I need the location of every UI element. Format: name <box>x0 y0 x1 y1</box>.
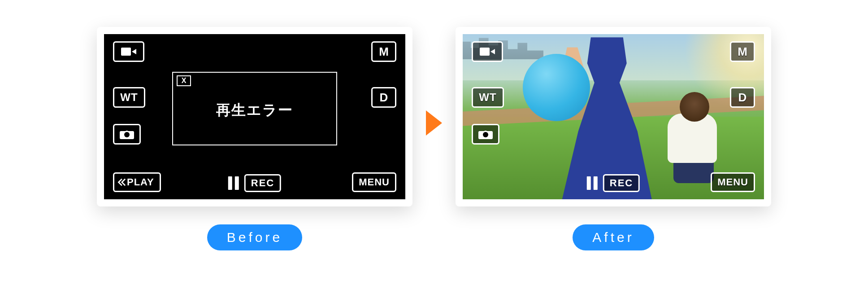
m-button[interactable]: M <box>730 41 755 62</box>
menu-button[interactable]: MENU <box>711 172 755 192</box>
camera-icon <box>120 129 134 139</box>
before-camera-screen: M WT D X 再生エラー PLAY <box>104 34 405 199</box>
after-camera-frame: M WT D REC MENU <box>456 27 771 206</box>
pause-icon[interactable] <box>228 176 239 190</box>
pause-icon[interactable] <box>587 176 598 190</box>
m-button[interactable]: M <box>371 41 396 62</box>
video-camera-icon <box>121 47 136 57</box>
comparison-container: M WT D X 再生エラー PLAY <box>0 0 868 250</box>
rec-group: REC <box>228 174 281 192</box>
error-message-text: 再生エラー <box>216 101 293 120</box>
camera-icon <box>478 129 493 139</box>
d-button[interactable]: D <box>371 87 396 108</box>
after-label: After <box>573 224 654 250</box>
chevron-left-double-icon <box>116 177 126 187</box>
after-camera-screen: M WT D REC MENU <box>463 34 764 199</box>
video-camera-icon <box>480 47 495 57</box>
photo-mode-button[interactable] <box>472 124 499 145</box>
wt-zoom-button[interactable]: WT <box>113 87 145 108</box>
play-label: PLAY <box>127 176 154 188</box>
wt-zoom-button[interactable]: WT <box>472 87 504 108</box>
after-panel: M WT D REC MENU After <box>456 27 771 250</box>
menu-button[interactable]: MENU <box>352 172 396 192</box>
play-button[interactable]: PLAY <box>113 172 161 192</box>
rec-group: REC <box>587 174 640 192</box>
before-panel: M WT D X 再生エラー PLAY <box>97 27 412 250</box>
before-camera-frame: M WT D X 再生エラー PLAY <box>97 27 412 206</box>
rec-button[interactable]: REC <box>244 174 281 192</box>
error-close-button[interactable]: X <box>177 75 191 86</box>
rec-button[interactable]: REC <box>603 174 640 192</box>
video-mode-button[interactable] <box>472 41 503 62</box>
close-icon: X <box>182 77 187 85</box>
video-mode-button[interactable] <box>113 41 144 62</box>
photo-mode-button[interactable] <box>113 124 141 145</box>
before-label: Before <box>207 224 302 250</box>
arrow-right-icon <box>426 110 442 136</box>
playback-error-dialog: X 再生エラー <box>172 72 337 145</box>
d-button[interactable]: D <box>730 87 755 108</box>
